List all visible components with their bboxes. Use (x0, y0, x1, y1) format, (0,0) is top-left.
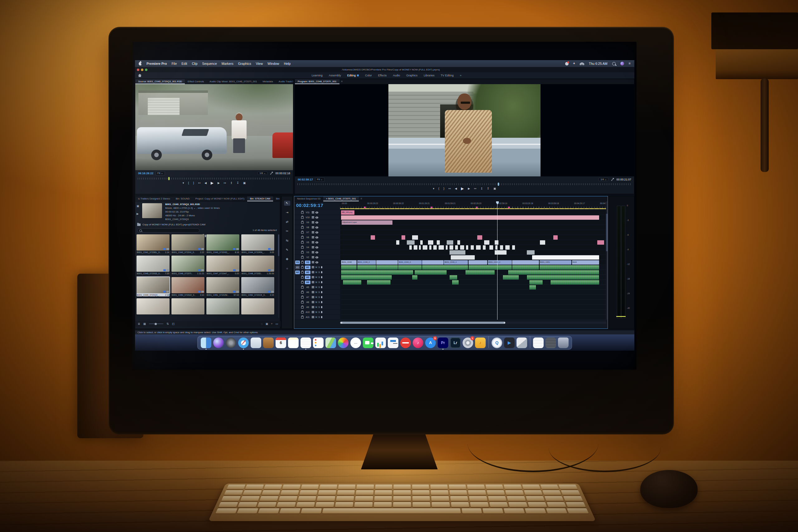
lock-icon[interactable] (301, 236, 304, 239)
dock-keynote-icon[interactable] (388, 338, 398, 348)
bin-clip[interactable]: B001_C042_0720VI_0..2:22 (171, 234, 205, 254)
new-item[interactable]: + (271, 322, 272, 326)
track-header-a11[interactable]: A11MS (294, 315, 340, 320)
track-lane-v6[interactable] (340, 235, 607, 240)
track-lane-a5[interactable] (340, 285, 607, 290)
timeline-clip[interactable] (343, 280, 362, 285)
mute-button[interactable]: M (316, 301, 317, 304)
record-mic-icon[interactable] (321, 306, 322, 308)
program-scrubber[interactable] (297, 183, 631, 185)
dock-image-viewer-icon[interactable] (516, 338, 527, 348)
mark-out-button[interactable]: } (443, 187, 444, 190)
timeline-clip[interactable] (540, 240, 545, 245)
track-lane-v5[interactable] (340, 240, 607, 245)
track-name-v9[interactable]: V9 (305, 221, 310, 224)
record-mic-icon[interactable] (321, 281, 322, 283)
export-frame-button[interactable]: ▣ (243, 182, 246, 185)
timeline-clip[interactable] (503, 275, 519, 280)
dock-textedit-icon[interactable] (301, 338, 311, 348)
ripple-edit-tool[interactable]: ⇄ (284, 220, 290, 224)
track-header-v3[interactable]: V3 (294, 250, 340, 255)
razor-tool[interactable]: ✂ (284, 229, 290, 234)
play-button[interactable]: ▶ (461, 186, 464, 191)
mute-button[interactable]: M (316, 311, 317, 314)
record-mic-icon[interactable] (321, 311, 322, 313)
sync-lock-icon[interactable] (312, 271, 314, 273)
timeline-clip[interactable] (495, 245, 497, 250)
track-name-v4[interactable]: V4 (305, 246, 310, 249)
timeline-clip-b001-c044-0[interactable]: B001_C044_0 (398, 260, 421, 265)
track-header-a4[interactable]: A4MS (294, 280, 340, 285)
workspace-tab-editing[interactable]: Editing (347, 74, 359, 77)
tab-program[interactable]: Program: B001_C046_0720TI_001 (295, 79, 340, 84)
bin-clip[interactable] (136, 298, 170, 315)
tab-project-copy-of-money-now-(full-edit)[interactable]: Project: Copy of MONEY NOW (FULL EDIT) (193, 196, 247, 201)
timeline-clip[interactable] (512, 265, 539, 270)
mute-button[interactable]: M (316, 271, 317, 274)
camera-icon[interactable]: ▣ (136, 205, 141, 208)
track-lane-a8[interactable] (340, 300, 607, 305)
solo-button[interactable]: S (318, 276, 320, 279)
tab-bin-sound[interactable]: Bin: SOUND (173, 196, 193, 201)
track-header-v1[interactable]: V1V1 (294, 260, 340, 265)
dock-contacts-icon[interactable] (263, 338, 274, 348)
tab-source[interactable]: Source: B001_C049_0720Q3_001.R3D (135, 79, 185, 84)
track-name-v2[interactable]: V2 (305, 255, 310, 259)
sync-lock-icon[interactable] (312, 291, 314, 293)
lock-icon[interactable] (301, 216, 304, 219)
timeline-clip[interactable] (433, 245, 436, 250)
source-timecode[interactable]: 09:16:26:22 (138, 172, 153, 175)
source-patch-v3[interactable] (295, 251, 300, 254)
track-name-v8[interactable]: V8 (305, 226, 310, 229)
source-patch-v5[interactable] (295, 241, 300, 244)
solo-button[interactable]: S (318, 281, 320, 284)
workspace-tab-libraries[interactable]: Libraries (424, 74, 435, 77)
dock-music-folder-icon[interactable]: ♪ (475, 338, 486, 348)
timeline-clip[interactable] (420, 240, 423, 245)
menu-graphics[interactable]: Graphics (238, 62, 251, 66)
sync-lock-icon[interactable] (312, 311, 314, 313)
bin-clip[interactable]: B001_C047_0720A7_..0:20 (206, 255, 240, 275)
automate-to-sequence[interactable]: ◰ (172, 322, 175, 326)
timeline-clip[interactable] (452, 280, 458, 285)
mute-button[interactable]: M (316, 291, 317, 293)
dock-reminders-icon[interactable] (313, 338, 324, 348)
play-icon[interactable]: ▶ (136, 212, 141, 216)
track-lane-v3[interactable] (340, 250, 607, 255)
menu-premiere-pro[interactable]: Premiere Pro (147, 62, 167, 66)
timeline-clip[interactable] (450, 275, 458, 280)
solo-button[interactable]: S (318, 306, 320, 308)
track-lane-a7[interactable] (340, 295, 607, 300)
step-back-button[interactable]: ◀ (205, 182, 207, 185)
timeline-clip[interactable] (412, 275, 417, 280)
mute-button[interactable]: M (316, 306, 317, 308)
toggle-track-output-icon[interactable] (316, 227, 318, 228)
toggle-track-output-icon[interactable] (316, 231, 318, 233)
sync-lock-icon[interactable] (312, 266, 314, 268)
timeline-clip[interactable] (450, 250, 466, 254)
track-lane-v8[interactable] (340, 225, 607, 230)
timeline-clip[interactable] (476, 245, 481, 250)
timeline-clip[interactable] (466, 245, 469, 250)
timeline-clip-b001-c046-2[interactable]: B001_C046_2 (488, 260, 512, 265)
sync-lock-icon[interactable] (312, 261, 314, 263)
bin-clip[interactable]: B001_C041_0720EL_0..1:14 (136, 234, 170, 254)
timeline-clip[interactable] (415, 270, 447, 274)
source-patch-a4[interactable] (295, 281, 300, 284)
toggle-track-output-icon[interactable] (316, 262, 318, 263)
record-mic-icon[interactable] (321, 301, 322, 303)
panel-menu-icon[interactable]: ≡ (341, 80, 343, 83)
track-name-a4[interactable]: A4 (305, 281, 310, 284)
tab-bin-steadi-cam[interactable]: Bin: STEADI CAM (247, 196, 273, 201)
solo-button[interactable]: S (318, 266, 320, 269)
sync-lock-icon[interactable] (312, 236, 314, 239)
bin-scrollbar[interactable] (278, 234, 279, 318)
menu-sequence[interactable]: Sequence (202, 62, 217, 66)
workspace-tab-effects[interactable]: Effects (378, 74, 386, 77)
lock-icon[interactable] (301, 212, 304, 214)
lock-icon[interactable] (301, 227, 304, 229)
workspace-tab-tv-editing[interactable]: TV Editing (441, 74, 454, 77)
mute-button[interactable]: M (316, 286, 317, 289)
go-to-in-button[interactable]: ↤ (198, 182, 201, 185)
sync-lock-icon[interactable] (312, 306, 314, 308)
